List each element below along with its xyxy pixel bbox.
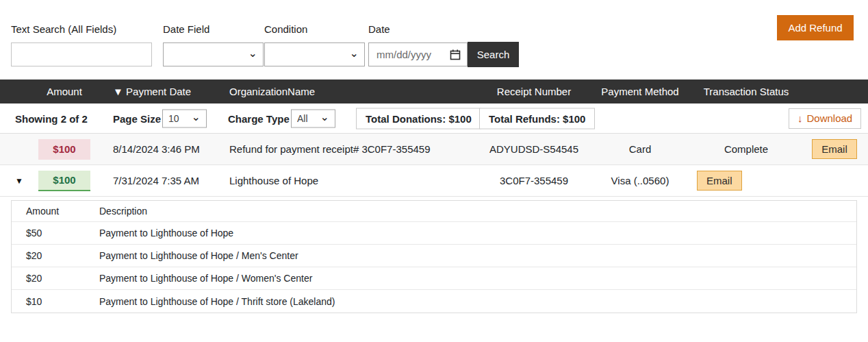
column-header-method[interactable]: Payment Method: [589, 86, 691, 97]
payment-date-cell: 8/14/2024 3:46 PM: [96, 143, 226, 155]
total-donations-badge: Total Donations: $100: [356, 108, 481, 129]
date-field-label: Date Field: [163, 23, 209, 35]
filter-bar: Text Search (All Fields) Date Field Cond…: [0, 0, 868, 80]
actions-cell: Email: [801, 139, 868, 159]
detail-amount: $50: [26, 228, 99, 239]
page-size-label: Page Size: [113, 112, 161, 124]
receipt-number-cell: 3C0F7-355459: [479, 175, 589, 186]
page-size-select-wrap: 10 ⌄: [162, 109, 207, 127]
details-amount-header: Amount: [26, 206, 99, 217]
organization-cell: Refund for payment receipt# 3C0F7-355459: [226, 143, 479, 155]
download-arrow-icon: ↓: [797, 112, 803, 124]
table-toolbar: Showing 2 of 2 Page Size 10 ⌄ Charge Typ…: [0, 103, 868, 134]
transaction-status-cell: Email: [691, 171, 801, 191]
column-header-receipt[interactable]: Receipt Number: [479, 86, 589, 97]
table-row-donation: ▼ $100 7/31/2024 7:35 AM Lighthouse of H…: [0, 165, 868, 197]
payment-date-cell: 7/31/2024 7:35 AM: [96, 175, 226, 186]
receipt-number-cell: ADYUDSD-S54545: [479, 143, 589, 155]
charge-type-label: Charge Type: [228, 112, 290, 124]
charge-type-select[interactable]: All: [291, 109, 335, 127]
details-description-header: Description: [99, 206, 856, 217]
amount-cell: $100: [33, 139, 96, 160]
email-button[interactable]: Email: [812, 139, 857, 159]
text-search-input[interactable]: [11, 42, 152, 66]
detail-row: $20 Payment to Lighthouse of Hope / Men'…: [12, 245, 856, 267]
column-header-payment-date[interactable]: ▼ Payment Date: [96, 86, 226, 97]
detail-row: $20 Payment to Lighthouse of Hope / Wome…: [12, 267, 856, 290]
download-label: Download: [807, 112, 853, 124]
showing-count: Showing 2 of 2: [15, 112, 88, 124]
transaction-status-cell: Complete: [691, 143, 801, 155]
sort-desc-icon: ▼: [113, 86, 123, 97]
detail-description: Payment to Lighthouse of Hope / Men's Ce…: [99, 250, 856, 261]
expand-row-toggle[interactable]: ▼: [0, 176, 33, 186]
condition-select-wrap: ⌄: [264, 42, 365, 66]
date-placeholder: mm/dd/yyyy: [376, 49, 431, 60]
table-row-refund: $100 8/14/2024 3:46 PM Refund for paymen…: [0, 134, 868, 165]
column-header-amount[interactable]: Amount: [33, 86, 96, 97]
charge-type-select-wrap: All ⌄: [291, 109, 335, 127]
detail-amount: $20: [26, 250, 99, 261]
text-search-label: Text Search (All Fields): [11, 23, 116, 35]
detail-description: Payment to Lighthouse of Hope / Women's …: [99, 273, 856, 284]
column-header-status[interactable]: Transaction Status: [691, 86, 801, 97]
table-header-row: Amount ▼ Payment Date OrganizationName R…: [0, 80, 868, 103]
payment-date-label: Payment Date: [126, 86, 191, 97]
payment-method-cell: Card: [589, 143, 691, 155]
date-input[interactable]: mm/dd/yyyy: [368, 42, 468, 66]
detail-amount: $10: [26, 296, 99, 307]
payment-method-cell: Visa (..0560): [589, 175, 691, 186]
detail-row: $10 Payment to Lighthouse of Hope / Thri…: [12, 290, 856, 313]
condition-label: Condition: [264, 23, 307, 35]
donation-amount-badge: $100: [38, 171, 90, 191]
date-field-select[interactable]: [163, 42, 264, 66]
condition-select[interactable]: [264, 42, 365, 66]
detail-description: Payment to Lighthouse of Hope / Thrift s…: [99, 296, 856, 307]
detail-row: $50 Payment to Lighthouse of Hope: [12, 222, 856, 245]
detail-description: Payment to Lighthouse of Hope: [99, 228, 856, 239]
payment-details-table: Amount Description $50 Payment to Lighth…: [11, 200, 857, 313]
expand-caret-icon: ▼: [15, 176, 23, 186]
download-button[interactable]: ↓Download: [789, 108, 861, 129]
calendar-icon[interactable]: [450, 49, 461, 60]
detail-amount: $20: [26, 273, 99, 284]
add-refund-button[interactable]: Add Refund: [777, 15, 854, 40]
column-header-organization[interactable]: OrganizationName: [226, 86, 479, 97]
refund-amount-badge: $100: [38, 139, 90, 160]
date-label: Date: [368, 23, 390, 35]
amount-cell: $100: [33, 171, 96, 191]
total-refunds-badge: Total Refunds: $100: [479, 108, 595, 129]
email-button[interactable]: Email: [697, 171, 742, 191]
date-field-select-wrap: ⌄: [163, 42, 264, 66]
details-header-row: Amount Description: [12, 201, 856, 222]
organization-cell: Lighthouse of Hope: [226, 175, 479, 186]
search-button[interactable]: Search: [468, 42, 519, 67]
page-size-select[interactable]: 10: [162, 109, 207, 127]
